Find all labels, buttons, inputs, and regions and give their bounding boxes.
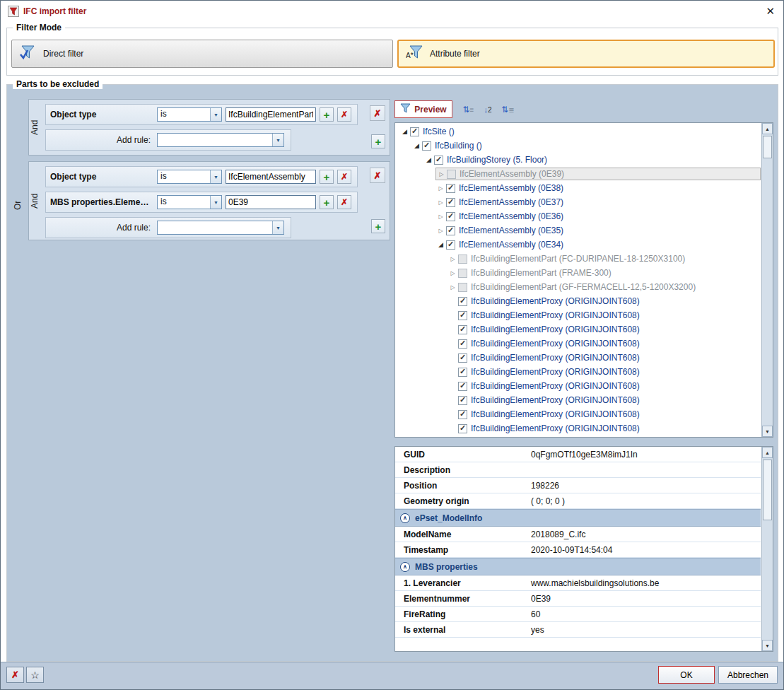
tree-row[interactable]: IfcBuildingElementProxy (ORIGINJOINT608)	[395, 407, 761, 421]
properties-scrollbar[interactable]: ▲ ▼	[761, 447, 773, 651]
expand-levels-icon[interactable]: ⇅≡	[460, 102, 476, 117]
expander-icon[interactable]: ▷	[447, 284, 458, 291]
tree-row[interactable]: ◢IfcBuilding ()	[395, 139, 761, 153]
tree-row[interactable]: ▷IfcBuildingElementPart (FRAME-300)	[395, 266, 761, 280]
tree-row[interactable]: IfcBuildingElementProxy (ORIGINJOINT608)	[395, 365, 761, 379]
checkbox[interactable]	[458, 410, 467, 419]
expander-icon[interactable]: ◢	[399, 128, 410, 135]
preview-button[interactable]: Preview	[394, 100, 452, 118]
tree-row[interactable]: ▷IfcBuildingElementPart (GF-FERMACELL-12…	[395, 280, 761, 294]
checkbox[interactable]	[458, 396, 467, 405]
checkbox[interactable]	[458, 311, 467, 320]
collapse-levels-icon[interactable]: ⇅≣	[499, 102, 516, 117]
add-condition-button[interactable]: +	[320, 170, 334, 184]
collapse-section-icon[interactable]: ∧	[400, 562, 410, 572]
checkbox[interactable]	[458, 368, 467, 377]
add-rule-dropdown[interactable]: ▼	[157, 221, 284, 235]
operator-dropdown[interactable]: is▼	[157, 107, 222, 122]
expander-icon[interactable]: ◢	[423, 156, 434, 163]
tree-row[interactable]: ▷IfcBuildingElementPart (FC-DURIPANEL-18…	[395, 252, 761, 266]
scroll-down-icon[interactable]: ▼	[762, 426, 773, 437]
checkbox[interactable]	[447, 170, 456, 179]
checkbox[interactable]	[458, 269, 467, 278]
expand-to-level-icon[interactable]: ↓2	[479, 102, 496, 117]
ok-button[interactable]: OK	[658, 666, 715, 684]
expander-icon[interactable]: ▷	[447, 270, 458, 276]
expander-icon[interactable]: ▷	[435, 228, 446, 234]
tree-row[interactable]: ▷IfcElementAssembly (0E37)	[395, 195, 761, 209]
property-section-header[interactable]: ∧MBS properties	[395, 558, 761, 575]
delete-group-button[interactable]: ✗	[370, 105, 385, 121]
add-rule-button[interactable]: +	[371, 134, 385, 148]
expander-icon[interactable]: ◢	[411, 142, 422, 149]
checkbox[interactable]	[458, 424, 467, 433]
checkbox[interactable]	[446, 240, 455, 250]
checkbox[interactable]	[446, 226, 455, 235]
expander-icon[interactable]: ▷	[435, 185, 446, 192]
operator-dropdown[interactable]: is▼	[157, 195, 222, 209]
expander-icon[interactable]: ◢	[435, 241, 446, 248]
checkbox[interactable]	[458, 325, 467, 334]
checkbox[interactable]	[446, 198, 455, 207]
expander-icon[interactable]: ▷	[435, 214, 446, 220]
tree-row[interactable]: ◢IfcBuildingStorey (5. Floor)	[395, 153, 761, 167]
cancel-button[interactable]: Abbrechen	[718, 666, 778, 684]
expander-icon[interactable]: ▷	[447, 256, 458, 262]
property-value: 60	[531, 609, 761, 619]
property-section-header[interactable]: ∧ePset_ModelInfo	[395, 509, 761, 527]
tree-row[interactable]: IfcBuildingElementProxy (ORIGINJOINT608)	[395, 322, 761, 337]
tree-row[interactable]: ▷IfcElementAssembly (0E35)	[395, 223, 761, 238]
checkbox[interactable]	[446, 184, 455, 193]
add-rule-dropdown[interactable]: ▼	[157, 133, 284, 147]
remove-condition-button[interactable]: ✗	[337, 195, 351, 209]
remove-condition-button[interactable]: ✗	[337, 170, 351, 184]
direct-filter-button[interactable]: Direct filter	[11, 40, 393, 68]
add-condition-button[interactable]: +	[320, 195, 334, 209]
tree-row[interactable]: IfcBuildingElementProxy (ORIGINJOINT608)	[395, 393, 761, 407]
favorite-button[interactable]: ☆	[26, 667, 44, 683]
tree-row[interactable]: IfcBuildingElementProxy (ORIGINJOINT608)	[395, 337, 761, 351]
scroll-down-icon[interactable]: ▼	[762, 640, 773, 651]
tree-row[interactable]: ▷IfcElementAssembly (0E36)	[395, 209, 761, 223]
checkbox[interactable]	[446, 212, 455, 221]
tree-scrollbar[interactable]: ▲ ▼	[761, 123, 773, 437]
checkbox[interactable]	[458, 255, 467, 264]
add-rule-button[interactable]: +	[371, 219, 385, 233]
checkbox[interactable]	[458, 297, 467, 306]
tree-row[interactable]: ▷IfcElementAssembly (0E38)	[395, 181, 761, 195]
checkbox[interactable]	[458, 339, 467, 349]
remove-condition-button[interactable]: ✗	[337, 107, 351, 122]
tree-row[interactable]: IfcBuildingElementProxy (ORIGINJOINT608)	[395, 421, 761, 435]
collapse-section-icon[interactable]: ∧	[400, 513, 410, 523]
properties-scrollbar-thumb[interactable]	[763, 460, 772, 520]
tree-row[interactable]: ◢IfcSite ()	[395, 124, 761, 139]
checkbox[interactable]	[410, 127, 419, 136]
scroll-up-icon[interactable]: ▲	[762, 123, 773, 134]
tree-row[interactable]: ◢IfcElementAssembly (0E34)	[395, 238, 761, 252]
attribute-filter-button[interactable]: A* Attribute filter	[397, 40, 775, 68]
delete-filter-button[interactable]: ✗	[6, 667, 24, 683]
tree-row[interactable]: IfcBuildingElementProxy (ORIGINJOINT608)	[395, 308, 761, 322]
expander-icon[interactable]: ▷	[435, 199, 446, 206]
checkbox[interactable]	[422, 141, 431, 151]
tree-row[interactable]: ▷IfcElementAssembly (0E39)	[395, 167, 761, 181]
checkbox[interactable]	[434, 156, 443, 165]
tree-row[interactable]: IfcBuildingElementProxy (ORIGINJOINT608)	[395, 351, 761, 365]
close-icon[interactable]: ✕	[766, 5, 775, 18]
property-value: 0qFgmOTf10geE3M8imJ1In	[531, 450, 761, 460]
tree-scrollbar-thumb[interactable]	[763, 136, 772, 158]
checkbox[interactable]	[458, 382, 467, 391]
scroll-up-icon[interactable]: ▲	[762, 447, 773, 458]
rule-value-input[interactable]	[226, 107, 316, 122]
rule-value-input[interactable]	[226, 195, 316, 209]
checkbox[interactable]	[458, 353, 467, 363]
tree-row[interactable]: IfcBuildingElementProxy (ORIGINJOINT608)	[395, 294, 761, 308]
add-condition-button[interactable]: +	[320, 107, 334, 122]
tree-row[interactable]: IfcBuildingElementProxy (ORIGINJOINT608)	[395, 379, 761, 393]
operator-dropdown[interactable]: is▼	[157, 170, 222, 184]
rule-value-input[interactable]	[226, 170, 316, 184]
delete-group-button[interactable]: ✗	[370, 168, 385, 183]
tree-item-label: IfcBuildingElementProxy (ORIGINJOINT608)	[471, 296, 640, 306]
checkbox[interactable]	[458, 283, 467, 292]
expander-icon[interactable]: ▷	[436, 171, 447, 177]
